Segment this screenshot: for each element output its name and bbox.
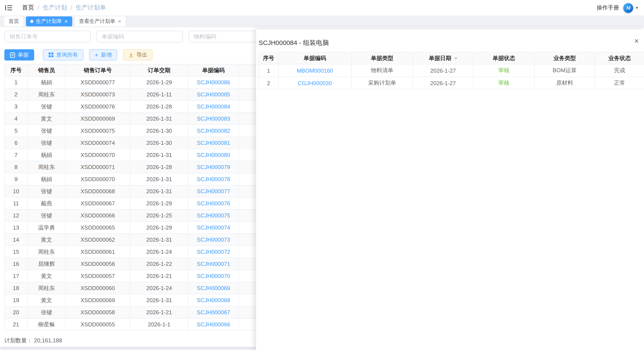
related-doc-row[interactable]: 2CGJH000030采购计划单2026-1-27审核原材料正常: [259, 77, 644, 89]
breadcrumb: 首页 / 生产计划 / 生产计划单: [22, 4, 106, 12]
tab-home[interactable]: 首页: [4, 16, 23, 26]
doc-code-link[interactable]: SCJH000086: [188, 76, 238, 88]
tab-label: 首页: [9, 18, 19, 25]
doc-code-link[interactable]: SCJH000067: [188, 306, 238, 318]
doc-code-link[interactable]: SCJH000081: [188, 137, 238, 149]
manual-link[interactable]: 操作手册: [597, 4, 619, 12]
cell-sales-order: XSDD000077: [66, 76, 130, 88]
app-root: 首页 / 生产计划 / 生产计划单 操作手册 M ▾ 首页 生产计划单 × 查看…: [0, 0, 644, 351]
breadcrumb-current: 生产计划单: [76, 4, 106, 12]
tab-label: 查看生产计划单: [79, 18, 115, 25]
cell-sales-order: XSDD000058: [66, 306, 130, 318]
cell-due-date: 2026-1-24: [130, 282, 188, 294]
breadcrumb-section[interactable]: 生产计划: [43, 4, 67, 12]
cell-salesperson: 周桂东: [28, 88, 66, 100]
active-dot-icon: [30, 20, 33, 23]
tab-view-production-plan-doc[interactable]: 查看生产计划单 ×: [74, 16, 126, 26]
doc-code-link[interactable]: SCJH000079: [188, 161, 238, 173]
plan-quantity: 计划数量： 20,161,188: [4, 337, 62, 345]
col-sales-order: 销售订单号: [66, 64, 130, 76]
breadcrumb-home[interactable]: 首页: [22, 4, 34, 12]
doc-code-link[interactable]: SCJH000082: [188, 125, 238, 137]
cell-sales-order: XSDD000068: [66, 185, 130, 197]
cell-salesperson: 戴燕: [28, 197, 66, 209]
cell-doc-date: 2026-1-27: [413, 77, 474, 89]
doc-code-link[interactable]: CGJH000030: [278, 77, 352, 89]
col-biz-type: 业务类型: [534, 52, 595, 64]
drawer-close-icon[interactable]: ×: [634, 37, 639, 45]
cell-index: 2: [4, 88, 28, 100]
cell-index: 18: [4, 282, 28, 294]
export-button[interactable]: 导出: [123, 49, 153, 60]
cell-biz-type: BOM运算: [534, 64, 595, 77]
cell-salesperson: 张键: [28, 209, 66, 222]
doc-code-link[interactable]: MBOM000160: [278, 64, 352, 77]
related-doc-row[interactable]: 1MBOM000160物料清单2026-1-27审核BOM运算完成: [259, 64, 644, 77]
cell-sales-order: XSDD000073: [66, 88, 130, 100]
tab-production-plan-doc[interactable]: 生产计划单 ×: [26, 16, 72, 26]
hamburger-icon: [5, 5, 12, 11]
cell-sales-order: XSDD000075: [66, 125, 130, 137]
cell-salesperson: 张键: [28, 137, 66, 149]
doc-code-link[interactable]: SCJH000074: [188, 222, 238, 234]
detail-drawer: SCJH000084 - 组装电脑 × 序号 单据编码 单据类型 单据日期 单据…: [256, 29, 644, 351]
cell-salesperson: 杨娟: [28, 76, 66, 88]
user-avatar[interactable]: M: [624, 3, 634, 13]
cell-index: 7: [4, 149, 28, 161]
grid-icon: [48, 52, 54, 57]
cell-salesperson: 张键: [28, 306, 66, 318]
related-docs-table: 序号 单据编码 单据类型 单据日期 单据状态 业务类型 业务状态 1MBOM00…: [259, 52, 644, 89]
cell-salesperson: 张键: [28, 100, 66, 113]
cell-due-date: 2026-1-29: [130, 76, 188, 88]
user-menu-caret-icon[interactable]: ▾: [636, 5, 638, 10]
cell-sales-order: XSDD000065: [66, 222, 130, 234]
doc-code-link[interactable]: SCJH000084: [188, 100, 238, 113]
doc-code-link[interactable]: SCJH000068: [188, 294, 238, 306]
sales-order-input[interactable]: [4, 31, 91, 42]
doc-code-link[interactable]: SCJH000075: [188, 209, 238, 222]
cell-due-date: 2026-1-22: [130, 258, 188, 270]
doc-code-link[interactable]: SCJH000073: [188, 234, 238, 246]
cell-index: 15: [4, 246, 28, 258]
add-button[interactable]: + 新增: [89, 49, 117, 60]
cell-sales-order: XSDD000056: [66, 258, 130, 270]
cell-index: 17: [4, 270, 28, 282]
plus-icon: +: [95, 52, 98, 58]
top-header: 首页 / 生产计划 / 生产计划单 操作手册 M ▾: [0, 0, 644, 15]
cell-index: 8: [4, 161, 28, 173]
sort-icon[interactable]: [454, 57, 457, 59]
col-index: 序号: [259, 52, 278, 64]
cell-due-date: 2026-1-30: [130, 137, 188, 149]
tab-close-icon[interactable]: ×: [64, 18, 68, 24]
doc-code-link[interactable]: SCJH000077: [188, 185, 238, 197]
doc-code-link[interactable]: SCJH000078: [188, 173, 238, 185]
doc-code-link[interactable]: SCJH000071: [188, 258, 238, 270]
doc-code-link[interactable]: SCJH000072: [188, 246, 238, 258]
filter-bar: [4, 31, 275, 42]
tab-close-icon[interactable]: ×: [118, 18, 121, 24]
col-due-date: 订单交期: [130, 64, 188, 76]
cell-index: 13: [4, 222, 28, 234]
doc-code-input[interactable]: [96, 31, 183, 42]
doc-code-link[interactable]: SCJH000085: [188, 88, 238, 100]
query-all-button[interactable]: 查询所有: [43, 49, 84, 60]
doc-code-link[interactable]: SCJH000070: [188, 270, 238, 282]
cell-salesperson: 张键: [28, 185, 66, 197]
doc-code-link[interactable]: SCJH000069: [188, 282, 238, 294]
cell-salesperson: 黄文: [28, 234, 66, 246]
doc-code-link[interactable]: SCJH000076: [188, 197, 238, 209]
doc-code-link[interactable]: SCJH000083: [188, 113, 238, 125]
cell-index: 1: [4, 76, 28, 88]
collapse-sidebar-icon[interactable]: [5, 5, 12, 11]
download-icon: [128, 52, 134, 57]
doc-button[interactable]: 单据: [4, 49, 34, 60]
cell-biz-type: 原材料: [534, 77, 595, 89]
doc-code-link[interactable]: SCJH000066: [188, 318, 238, 331]
cell-salesperson: 张键: [28, 125, 66, 137]
horizontal-scrollbar[interactable]: [0, 347, 256, 350]
doc-code-link[interactable]: SCJH000080: [188, 149, 238, 161]
cell-due-date: 2026-1-28: [130, 161, 188, 173]
cell-due-date: 2026-1-24: [130, 246, 188, 258]
cell-index: 9: [4, 173, 28, 185]
cell-index: 3: [4, 100, 28, 113]
